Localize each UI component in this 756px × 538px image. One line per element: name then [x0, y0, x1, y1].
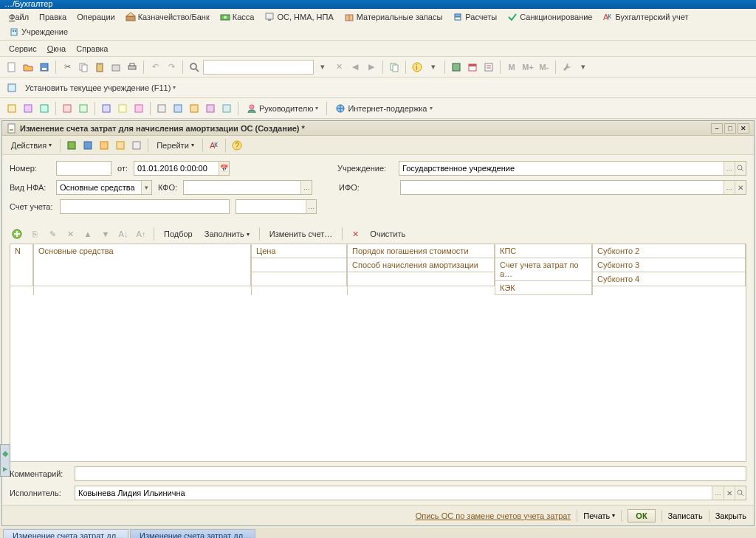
grid-header-main[interactable]: Основные средства	[34, 244, 251, 286]
ok-button[interactable]: ОК	[628, 509, 655, 523]
account-select-icon[interactable]: …	[306, 200, 316, 213]
window-tab-2[interactable]: Изменение счета затрат дл…	[130, 529, 255, 538]
actions-menu[interactable]: Действия ▾	[7, 139, 56, 151]
rep-icon-12[interactable]	[203, 101, 218, 116]
dt-ok-icon[interactable]	[80, 138, 95, 153]
grid-clear-icon[interactable]: ✕	[348, 227, 362, 241]
account-field-2[interactable]: …	[236, 199, 317, 214]
m-plus-icon[interactable]: M+	[520, 60, 535, 75]
nfa-dropdown-icon[interactable]: ▾	[141, 181, 151, 194]
number-field[interactable]	[56, 161, 111, 176]
dt-icon-3[interactable]	[97, 138, 111, 153]
grid-header-price[interactable]: Цена	[252, 244, 347, 258]
nfa-field[interactable]: ▾	[56, 180, 152, 195]
folder-icon[interactable]	[109, 60, 123, 75]
grid-clear-button[interactable]: Очистить	[365, 228, 410, 240]
institution-select-icon[interactable]: …	[724, 162, 735, 175]
comment-field[interactable]	[75, 466, 746, 481]
cut-icon[interactable]: ✂	[60, 60, 75, 75]
close-button[interactable]: ✕	[738, 123, 749, 134]
search-dropdown-icon[interactable]: ▾	[315, 60, 330, 75]
menu-operations[interactable]: Операции	[72, 11, 119, 23]
rep-icon-6[interactable]	[99, 101, 114, 116]
nav-left-icon[interactable]: ◀	[348, 60, 362, 75]
rep-icon-5[interactable]	[76, 101, 91, 116]
rep-icon-8[interactable]	[131, 101, 146, 116]
grid-header-price-r2[interactable]	[252, 258, 347, 272]
dt-help-icon[interactable]: ?	[230, 138, 244, 153]
institution-field[interactable]: …	[399, 161, 746, 176]
executor-open-icon[interactable]	[735, 486, 746, 500]
grid-header-sub2[interactable]: Субконто 2	[593, 244, 746, 258]
grid-sort-desc-icon[interactable]: A↑	[134, 227, 148, 241]
internet-support-menu[interactable]: Интернет-поддержка ▾	[331, 102, 436, 115]
calendar-icon[interactable]	[465, 60, 480, 75]
menu-help[interactable]: Справка	[72, 43, 112, 55]
rep-icon-1[interactable]	[4, 101, 19, 116]
copy-icon[interactable]	[76, 60, 91, 75]
wrench-icon[interactable]	[560, 60, 574, 75]
search-icon[interactable]	[187, 60, 202, 75]
list-icon[interactable]	[481, 60, 496, 75]
executor-clear-icon[interactable]: ✕	[724, 486, 735, 500]
print-button[interactable]: Печать ▾	[583, 511, 615, 520]
grid-edit-icon[interactable]: ✎	[45, 227, 60, 241]
dt-icon-4[interactable]	[113, 138, 128, 153]
search-input[interactable]	[203, 60, 314, 75]
grid-header-sub4[interactable]: Субконто 4	[593, 272, 746, 286]
grid-add-icon[interactable]	[10, 227, 24, 241]
grid-header-cost-account[interactable]: Счет учета затрат по а…	[495, 258, 592, 281]
executor-field[interactable]: … ✕	[75, 486, 746, 500]
save-icon[interactable]	[37, 60, 52, 75]
grid-copy-icon[interactable]: ⎘	[27, 227, 42, 241]
menu-treasury[interactable]: Казначейство/Банк	[121, 10, 214, 24]
menu-calc[interactable]: Расчеты	[448, 10, 501, 24]
window-tab-1[interactable]: Изменение счета затрат дл…	[3, 529, 128, 538]
rep-icon-4[interactable]	[60, 101, 75, 116]
calc2-icon[interactable]	[449, 60, 464, 75]
grid-delete-icon[interactable]: ✕	[63, 227, 78, 241]
menu-institution[interactable]: Учреждение	[4, 25, 72, 38]
dt-save-icon[interactable]	[64, 138, 79, 153]
rep-icon-13[interactable]	[219, 101, 234, 116]
institution-open-icon[interactable]	[735, 162, 746, 175]
grid-sort-asc-icon[interactable]: A↓	[116, 227, 131, 241]
grid-header-kek[interactable]: КЭК	[495, 281, 592, 295]
kfo-select-icon[interactable]: …	[300, 181, 312, 194]
menu-file[interactable]: Файл	[4, 11, 33, 23]
date-field[interactable]: 📅	[134, 161, 230, 176]
nav-right-icon[interactable]: ▶	[364, 60, 379, 75]
new-doc-icon[interactable]	[4, 60, 19, 75]
grid-select-button[interactable]: Подбор	[159, 228, 197, 240]
grid-header-order-r3[interactable]	[348, 272, 495, 286]
rep-icon-10[interactable]	[171, 101, 185, 116]
undo-icon[interactable]: ↶	[148, 60, 162, 75]
grid-down-icon[interactable]: ▼	[98, 227, 113, 241]
m-minus-icon[interactable]: M-	[537, 60, 551, 75]
inventory-link[interactable]: Опись ОС по замене счетов учета затрат	[416, 511, 571, 520]
side-handle-icon[interactable]: ◆	[2, 449, 8, 458]
menu-edit[interactable]: Правка	[35, 11, 71, 23]
menu-accounting[interactable]: Ак Бухгалтерский учет	[598, 10, 693, 24]
grid-header-sub3[interactable]: Субконто 3	[593, 258, 746, 272]
maximize-button[interactable]: □	[724, 123, 736, 134]
close-doc-button[interactable]: Закрыть	[715, 511, 746, 520]
manager-menu[interactable]: Руководителю ▾	[242, 102, 323, 115]
menu-sanction[interactable]: Санкционирование	[503, 10, 597, 24]
menu-service[interactable]: Сервис	[4, 43, 41, 55]
menu-os[interactable]: ОС, НМА, НПА	[260, 10, 337, 24]
ifo-field[interactable]: … ✕	[400, 180, 746, 195]
print-icon[interactable]	[125, 60, 140, 75]
wrench-dropdown-icon[interactable]: ▾	[576, 60, 591, 75]
grid-header-price-r3[interactable]	[252, 272, 347, 286]
grid-body[interactable]	[10, 295, 746, 461]
copy-doc-icon[interactable]	[387, 60, 402, 75]
executor-select-icon[interactable]: …	[712, 486, 723, 500]
set-institution-button[interactable]: Установить текущее учреждение (F11) ▾	[21, 82, 180, 94]
menu-materials[interactable]: Материальные запасы	[340, 10, 447, 24]
minimize-button[interactable]: –	[711, 123, 723, 134]
side-arrow-icon[interactable]: ▶	[3, 466, 7, 472]
open-icon[interactable]	[21, 60, 35, 75]
redo-icon[interactable]: ↷	[164, 60, 179, 75]
menu-kassa[interactable]: Касса	[216, 10, 259, 24]
